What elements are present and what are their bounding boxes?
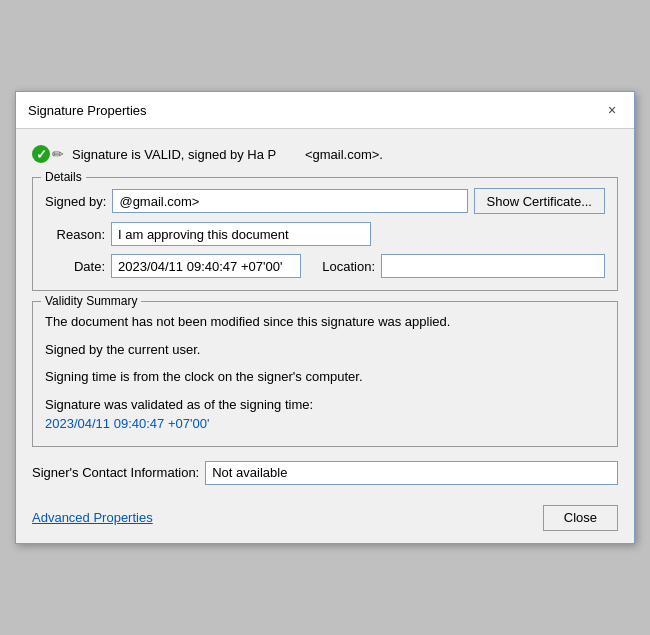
show-certificate-button[interactable]: Show Certificate...: [474, 188, 606, 214]
validity-line2: Signed by the current user.: [45, 340, 605, 360]
contact-row: Signer's Contact Information:: [32, 461, 618, 485]
status-text: Signature is VALID, signed by Ha P <gmai…: [72, 147, 383, 162]
signature-status: ✓ ✏ Signature is VALID, signed by Ha P <…: [32, 141, 618, 167]
validity-line4: Signature was validated as of the signin…: [45, 395, 605, 434]
validity-line3: Signing time is from the clock on the si…: [45, 367, 605, 387]
date-location-row: Date: Location:: [45, 254, 605, 278]
signed-by-input[interactable]: [112, 189, 467, 213]
contact-input[interactable]: [205, 461, 618, 485]
date-label: Date:: [45, 259, 105, 274]
validity-content: The document has not been modified since…: [45, 312, 605, 434]
reason-input[interactable]: [111, 222, 371, 246]
contact-label: Signer's Contact Information:: [32, 465, 199, 480]
date-input[interactable]: [111, 254, 301, 278]
validity-legend: Validity Summary: [41, 294, 141, 308]
title-bar: Signature Properties ×: [16, 92, 634, 129]
close-dialog-button[interactable]: Close: [543, 505, 618, 531]
dialog-title: Signature Properties: [28, 103, 147, 118]
reason-label: Reason:: [45, 227, 105, 242]
advanced-properties-button[interactable]: Advanced Properties: [32, 510, 153, 525]
reason-row: Reason:: [45, 222, 605, 246]
signature-properties-dialog: Signature Properties × ✓ ✏ Signature is …: [15, 91, 635, 544]
signed-by-label: Signed by:: [45, 194, 106, 209]
location-input[interactable]: [381, 254, 605, 278]
details-section: Details Signed by: Show Certificate... R…: [32, 177, 618, 291]
check-icon: ✓: [32, 145, 50, 163]
details-legend: Details: [41, 170, 86, 184]
validity-line1: The document has not been modified since…: [45, 312, 605, 332]
dialog-body: ✓ ✏ Signature is VALID, signed by Ha P <…: [16, 129, 634, 497]
close-title-button[interactable]: ×: [602, 100, 622, 120]
status-icon: ✓ ✏: [32, 145, 64, 163]
validity-section: Validity Summary The document has not be…: [32, 301, 618, 447]
validity-date: 2023/04/11 09:40:47 +07'00': [45, 416, 209, 431]
signed-by-row: Signed by: Show Certificate...: [45, 188, 605, 214]
dialog-footer: Advanced Properties Close: [16, 497, 634, 543]
location-label: Location:: [315, 259, 375, 274]
pencil-icon: ✏: [52, 146, 64, 162]
